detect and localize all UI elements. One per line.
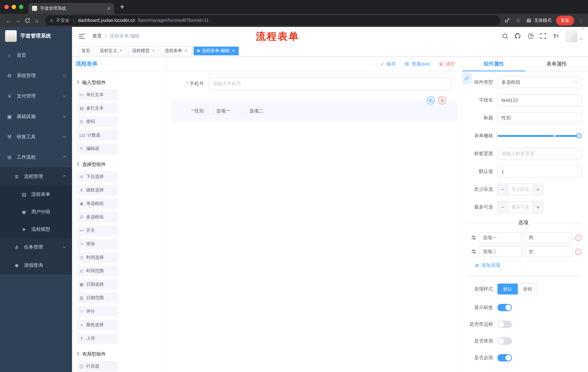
palette-item-editor[interactable]: ✎编辑器	[76, 143, 118, 154]
palette-item-multi-text[interactable]: ▤多行文本	[76, 103, 118, 114]
sidebar-item-leave-query[interactable]: ☻ 请假查询	[0, 256, 72, 275]
zoom-window-button[interactable]	[19, 5, 23, 9]
window-controls[interactable]	[4, 5, 23, 9]
tab-form-props[interactable]: 表单属性	[525, 57, 588, 71]
github-icon[interactable]	[514, 32, 521, 40]
checkbox-icon[interactable]	[208, 108, 213, 114]
gender-option-2[interactable]: 选项二	[241, 108, 263, 114]
sidebar-item-infra[interactable]: ▣ 基础设施	[0, 106, 72, 127]
palette-item-upload[interactable]: ↥上传	[76, 333, 118, 344]
collapse-sidebar-icon[interactable]	[78, 32, 86, 40]
route-tab-process-definition[interactable]: 流程定义 ✕	[96, 46, 126, 55]
sidebar-item-home[interactable]: ⌂ 首页	[0, 45, 72, 65]
grid-slider[interactable]	[497, 130, 581, 142]
copy-component-button[interactable]	[427, 96, 435, 105]
address-bar[interactable]: ⚠ 不安全 dashboard.yudao.iocoder.cn /bpm/ma…	[45, 15, 500, 25]
palette-item-time-picker[interactable]: ◷时间选择	[76, 252, 118, 263]
home-icon[interactable]: ⌂	[32, 16, 42, 25]
increase-button[interactable]: +	[533, 184, 543, 195]
palette-item-cascader[interactable]: ⋔级联选择	[76, 185, 118, 195]
bookmark-star-icon[interactable]: ☆	[515, 17, 521, 24]
required-toggle[interactable]	[497, 354, 512, 361]
sidebar-item-process-mgmt[interactable]: ≣ 流程管理	[0, 167, 72, 186]
sidebar-item-task-mgmt[interactable]: ⋔ 任务管理	[0, 238, 72, 256]
sidebar-item-payment[interactable]: ¥ 支付管理	[0, 86, 72, 106]
app-logo[interactable]: 芋道管理系统	[0, 27, 72, 45]
search-icon[interactable]	[501, 32, 509, 40]
route-tab-process-form-edit[interactable]: 流程表单-编辑 ✕	[193, 46, 239, 55]
show-label-toggle[interactable]	[497, 304, 512, 311]
back-icon[interactable]: ←	[4, 16, 13, 25]
disabled-toggle[interactable]	[497, 337, 512, 345]
palette-item-rate[interactable]: ☆评分	[76, 306, 118, 317]
palette-item-password[interactable]: ⊡密码	[76, 117, 118, 127]
palette-item-checkbox-group[interactable]: ☑多选框组	[76, 212, 118, 223]
remove-option-button[interactable]: −	[575, 248, 581, 255]
palette-item-select[interactable]: ⊙下拉选择	[76, 171, 118, 182]
tab-component-props[interactable]: 组件属性	[462, 57, 525, 71]
option-label-input[interactable]: 选项二	[479, 246, 522, 257]
palette-item-radio-group[interactable]: ◉单选框组	[76, 198, 118, 209]
decrease-button[interactable]: −	[498, 184, 508, 195]
palette-item-switch[interactable]: ⊶开关	[76, 225, 118, 236]
doc-link-button[interactable]	[462, 74, 471, 83]
help-icon[interactable]	[527, 32, 534, 40]
style-default-button[interactable]: 默认	[497, 284, 518, 295]
palette-item-date-picker[interactable]: ▦日期选择	[76, 279, 118, 290]
min-select-input[interactable]: 至少应选	[508, 184, 533, 195]
default-value-input[interactable]: 1	[497, 166, 581, 177]
label-width-input[interactable]: 请输入标签宽度	[497, 148, 581, 159]
decrease-button[interactable]: −	[498, 202, 508, 213]
forward-icon[interactable]: →	[13, 16, 22, 25]
drag-handle-icon[interactable]	[471, 249, 476, 254]
remove-option-button[interactable]: −	[575, 234, 581, 241]
palette-item-color-picker[interactable]: ◓颜色选择	[76, 319, 118, 330]
phone-input[interactable]: 请输入手机号	[208, 77, 452, 90]
field-name-input[interactable]: field122	[497, 94, 581, 106]
fullscreen-icon[interactable]	[540, 32, 547, 40]
reload-icon[interactable]	[22, 16, 32, 25]
field-gender-selected[interactable]: 性别 选项一 选项二	[172, 100, 457, 122]
close-icon[interactable]: ✕	[119, 48, 123, 53]
palette-item-row-container[interactable]: ◫行容器	[76, 361, 118, 372]
palette-item-time-range[interactable]: ◴时间范围	[76, 266, 118, 276]
palette-item-single-text[interactable]: ▭单行文本	[76, 90, 118, 100]
route-tab-home[interactable]: 首页	[78, 46, 94, 55]
new-tab-button[interactable]: +	[120, 3, 124, 11]
sidebar-item-devtools[interactable]: ⚒ 研发工具	[0, 127, 72, 147]
update-button[interactable]: 更新	[556, 15, 574, 25]
browser-tab[interactable]: 芋道管理系统 ✕	[28, 3, 114, 14]
sidebar-item-process-model[interactable]: ➤ 流程模型	[0, 221, 72, 238]
checkbox-icon[interactable]	[241, 108, 246, 114]
close-icon[interactable]: ✕	[184, 48, 188, 53]
sidebar-item-workflow[interactable]: ⊞ 工作流程	[0, 147, 72, 167]
field-phone[interactable]: 手机号 请输入手机号	[172, 77, 452, 90]
drag-handle-icon[interactable]	[471, 235, 476, 240]
avatar[interactable]	[565, 30, 578, 42]
breadcrumb-root[interactable]: 首页	[92, 33, 102, 39]
palette-item-counter[interactable]: 123计数器	[76, 130, 118, 140]
max-select-input[interactable]: 最多可选	[508, 202, 533, 213]
tab-close-icon[interactable]: ✕	[107, 6, 111, 11]
clear-button[interactable]: 清空	[439, 61, 455, 67]
browser-menu-icon[interactable]: ⋮	[578, 18, 584, 23]
gender-option-1[interactable]: 选项一	[208, 108, 230, 114]
sidebar-item-system[interactable]: ⚙ 系统管理	[0, 65, 72, 86]
style-button-button[interactable]: 按钮	[518, 284, 538, 295]
minimize-window-button[interactable]	[12, 5, 16, 9]
option-label-input[interactable]: 选项一	[479, 232, 522, 243]
sidebar-item-process-form[interactable]: ▤ 流程表单	[0, 186, 72, 203]
view-json-button[interactable]: 查看json	[404, 61, 430, 67]
option-value-input[interactable]: 女	[525, 246, 572, 257]
close-icon[interactable]: ✕	[231, 48, 235, 53]
save-button[interactable]: ✓ 保存	[380, 61, 396, 67]
palette-item-slider[interactable]: ⊸滑块	[76, 239, 118, 249]
route-tab-process-model[interactable]: 流程模型 ✕	[128, 46, 159, 55]
close-icon[interactable]: ✕	[152, 48, 155, 53]
slider-handle[interactable]	[576, 133, 581, 138]
route-tab-process-form[interactable]: 流程表单 ✕	[161, 46, 191, 55]
sidebar-item-user-group[interactable]: ◉ 用户分组	[0, 203, 72, 221]
font-size-icon[interactable]: TT	[552, 32, 560, 40]
close-window-button[interactable]	[4, 5, 9, 9]
component-type-select[interactable]: 多选框组	[497, 76, 581, 88]
